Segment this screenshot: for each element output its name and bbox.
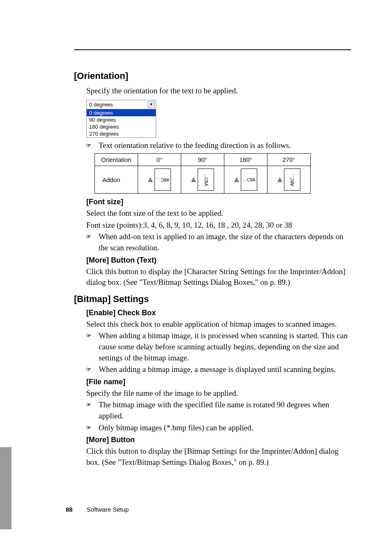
heading-more-button: [More] Button (86, 436, 351, 444)
note-icon: ☞ (86, 142, 91, 149)
note-icon: ☞ (86, 424, 91, 432)
orientation-note: ☞ Text orientation relative to the feedi… (74, 140, 351, 151)
feed-arrow-icon (148, 177, 153, 182)
heading-fontsize: [Font size] (86, 198, 351, 206)
th-180: 180° (224, 154, 267, 166)
table-row: Addon ABC… …CBA …CBA ABC… (95, 166, 311, 194)
feed-arrow-icon (277, 177, 282, 182)
enable-note1: ☞ When adding a bitmap image, it is proc… (74, 330, 351, 363)
note-icon: ☞ (86, 233, 91, 240)
dropdown-list: 0 degrees 90 degrees 180 degrees 270 deg… (87, 109, 156, 137)
top-rule (74, 49, 351, 50)
page-content: [Orientation] Specify the orientation fo… (0, 0, 392, 468)
side-tab (0, 447, 12, 529)
cell-270: ABC… (267, 166, 311, 194)
table-header-row: Orientation 0° 90° 180° 270° (95, 154, 311, 166)
fontsize-line2: Font size (points):3, 4, 6, 8, 9, 10, 12… (86, 220, 351, 231)
heading-enable: [Enable] Check Box (86, 309, 351, 317)
footer-title: Software Setup (87, 506, 129, 513)
dropdown-option[interactable]: 90 degrees (87, 116, 156, 123)
dropdown-field[interactable]: 0 degrees ▼ (87, 100, 156, 109)
enable-note2: ☞ When adding a bitmap image, a message … (74, 364, 351, 375)
note-text: Only bitmap images (*.bmp files) can be … (99, 423, 253, 432)
more-text-body: Click this button to display the [Charac… (86, 266, 351, 288)
cell-90: …CBA (181, 166, 224, 194)
chevron-down-icon[interactable]: ▼ (148, 101, 155, 108)
filename-note1: ☞ The bitmap image with the specified fi… (74, 399, 351, 421)
note-icon: ☞ (86, 401, 91, 409)
heading-orientation: [Orientation] (74, 71, 351, 81)
sheet-icon: ABC… (284, 169, 300, 191)
fontsize-line1: Select the font size of the text to be a… (86, 208, 351, 219)
feed-arrow-icon (191, 177, 196, 182)
filename-body: Specify the file name of the image to be… (86, 388, 351, 399)
sheet-icon: …CBA (198, 169, 214, 191)
heading-more-text: [More] Button (Text) (86, 256, 351, 265)
note-text: When adding a bitmap image, it is proces… (99, 331, 348, 362)
dropdown-option[interactable]: 270 degrees (87, 130, 156, 137)
dropdown-option[interactable]: 0 degrees (87, 109, 156, 116)
dropdown-selected-text: 0 degrees (89, 102, 113, 108)
note-icon: ☞ (86, 366, 91, 373)
orientation-dropdown: 0 degrees ▼ 0 degrees 90 degrees 180 deg… (86, 100, 156, 138)
more-button-body: Click this button to display the [Bitmap… (86, 446, 351, 468)
th-0: 0° (138, 154, 181, 166)
feed-arrow-icon (234, 177, 239, 182)
note-text: When adding a bitmap image, a message is… (99, 365, 336, 374)
cell-0: ABC… (138, 166, 181, 194)
heading-bitmap: [Bitmap] Settings (74, 294, 351, 305)
note-text: When add-on text is applied to an image,… (99, 232, 344, 252)
sheet-icon: ABC… (154, 169, 171, 191)
note-text: The bitmap image with the specified file… (99, 400, 329, 420)
row-label: Addon (95, 166, 138, 194)
note-icon: ☞ (86, 332, 91, 339)
dropdown-option[interactable]: 180 degrees (87, 123, 156, 130)
cell-180: …CBA (224, 166, 267, 194)
heading-filename: [File name] (86, 378, 351, 386)
enable-body: Select this check box to enable applicat… (86, 319, 351, 330)
fontsize-note: ☞ When add-on text is applied to an imag… (74, 231, 351, 253)
th-270: 270° (267, 154, 311, 166)
page-footer: 88 Software Setup (66, 506, 129, 513)
note-text: Text orientation relative to the feeding… (99, 141, 291, 150)
orientation-intro: Specify the orientation for the text to … (86, 85, 351, 97)
th-orientation: Orientation (95, 154, 138, 166)
filename-note2: ☞ Only bitmap images (*.bmp files) can b… (74, 422, 351, 434)
sheet-icon: …CBA (241, 169, 257, 191)
page-number: 88 (66, 506, 73, 513)
th-90: 90° (181, 154, 224, 166)
orientation-table: Orientation 0° 90° 180° 270° Addon ABC… … (95, 153, 311, 194)
